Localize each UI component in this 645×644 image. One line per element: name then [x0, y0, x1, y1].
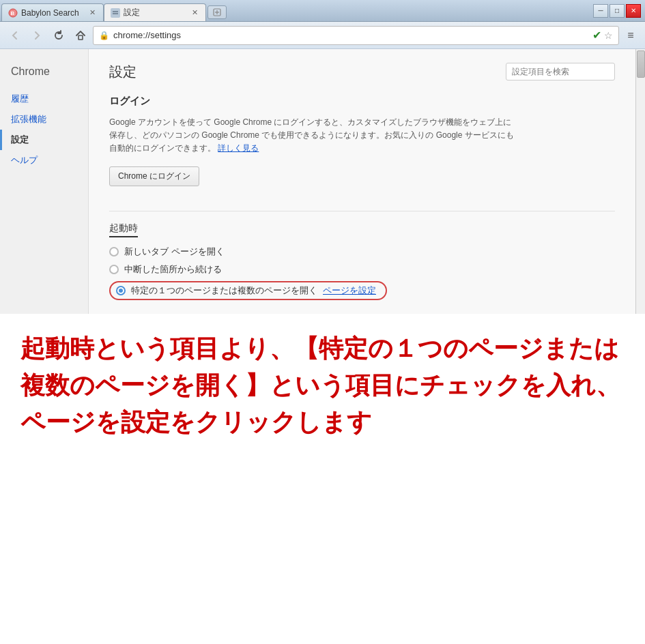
sidebar-item-history[interactable]: 履歴: [0, 89, 88, 109]
tabs-area: B Babylon Search ✕ 設定: [0, 0, 589, 21]
startup-section: 起動時 新しいタブ ページを開く 中断した箇所から続ける: [109, 222, 615, 300]
settings-main: 設定 ログイン Google アカウントを使って Google Chrome に…: [89, 49, 635, 314]
startup-section-title: 起動時: [109, 222, 138, 237]
annotation-text: 起動時という項目より、【特定の１つのページまたは複数のページを開く】という項目に…: [20, 330, 625, 441]
minimize-button[interactable]: ─: [593, 4, 608, 18]
radio-label-2: 中断した箇所から続ける: [124, 263, 222, 276]
tab2-close-button[interactable]: ✕: [189, 8, 200, 18]
login-desc-text: Google アカウントを使って Google Chrome にログインすると、…: [109, 117, 514, 153]
new-tab-button[interactable]: [207, 5, 227, 19]
sidebar-item-settings[interactable]: 設定: [0, 130, 88, 150]
window-controls: ─ □ ✕: [589, 0, 645, 21]
bookmark-star-icon[interactable]: ☆: [604, 30, 613, 41]
tab1-close-button[interactable]: ✕: [87, 8, 98, 18]
reload-button[interactable]: [49, 26, 68, 45]
annotation-section: 起動時という項目より、【特定の１つのページまたは複数のページを開く】という項目に…: [0, 314, 645, 644]
address-actions: ✔ ☆: [592, 29, 613, 42]
login-section-title: ログイン: [109, 95, 615, 108]
radio-btn-3[interactable]: [116, 286, 126, 295]
radio-btn-1[interactable]: [109, 247, 119, 257]
section-divider: [109, 211, 615, 211]
home-button[interactable]: [71, 26, 90, 45]
login-learn-more-link[interactable]: 詳しく見る: [218, 143, 259, 153]
sidebar-item-extensions[interactable]: 拡張機能: [0, 109, 88, 130]
chrome-menu-button[interactable]: ≡: [622, 27, 640, 44]
navigation-bar: 🔒 chrome://settings ✔ ☆ ≡: [0, 22, 645, 49]
babylon-tab-icon: B: [8, 8, 18, 18]
svg-rect-8: [78, 35, 83, 40]
page-wrapper: B Babylon Search ✕ 設定: [0, 0, 645, 644]
scroll-thumb[interactable]: [637, 50, 645, 78]
scrollbar[interactable]: [635, 49, 645, 314]
settings-tab-icon: [110, 8, 121, 18]
browser-window: B Babylon Search ✕ 設定: [0, 0, 645, 314]
radio-label-3: 特定の１つのページまたは複数のページを開く: [131, 284, 317, 297]
forward-button[interactable]: [27, 26, 46, 45]
browser-content: Chrome 履歴 拡張機能 設定 ヘルプ 設定 ログイン Google アカウ…: [0, 49, 645, 314]
tab1-label: Babylon Search: [21, 8, 79, 18]
startup-option-3[interactable]: 特定の１つのページまたは複数のページを開く ページを設定: [109, 281, 615, 300]
chrome-login-button[interactable]: Chrome にログイン: [109, 166, 199, 186]
svg-rect-2: [111, 8, 120, 18]
radio-btn-2[interactable]: [109, 265, 119, 274]
login-description: Google アカウントを使って Google Chrome にログインすると、…: [109, 116, 519, 156]
address-lock-icon: 🔒: [99, 31, 109, 40]
maximize-button[interactable]: □: [610, 4, 625, 18]
address-bar[interactable]: 🔒 chrome://settings ✔ ☆: [93, 26, 619, 45]
close-button[interactable]: ✕: [626, 4, 641, 18]
sidebar-item-help[interactable]: ヘルプ: [0, 150, 88, 171]
svg-text:B: B: [11, 10, 15, 16]
ssl-check-icon: ✔: [592, 29, 601, 42]
settings-search-input[interactable]: [506, 63, 615, 80]
startup-option3-highlight: 特定の１つのページまたは複数のページを開く ページを設定: [109, 281, 387, 300]
startup-option-2[interactable]: 中断した箇所から続ける: [109, 263, 615, 276]
radio-label-1: 新しいタブ ページを開く: [124, 246, 225, 258]
tab-babylon-search[interactable]: B Babylon Search ✕: [1, 3, 104, 21]
title-bar: B Babylon Search ✕ 設定: [0, 0, 645, 22]
page-set-link[interactable]: ページを設定: [323, 284, 376, 297]
tab-settings[interactable]: 設定 ✕: [104, 3, 206, 21]
chrome-brand: Chrome: [0, 60, 88, 89]
back-button[interactable]: [5, 26, 25, 45]
chrome-sidebar: Chrome 履歴 拡張機能 設定 ヘルプ: [0, 49, 89, 314]
address-text: chrome://settings: [113, 30, 588, 40]
startup-option-1[interactable]: 新しいタブ ページを開く: [109, 246, 615, 258]
tab2-label: 設定: [124, 7, 140, 18]
